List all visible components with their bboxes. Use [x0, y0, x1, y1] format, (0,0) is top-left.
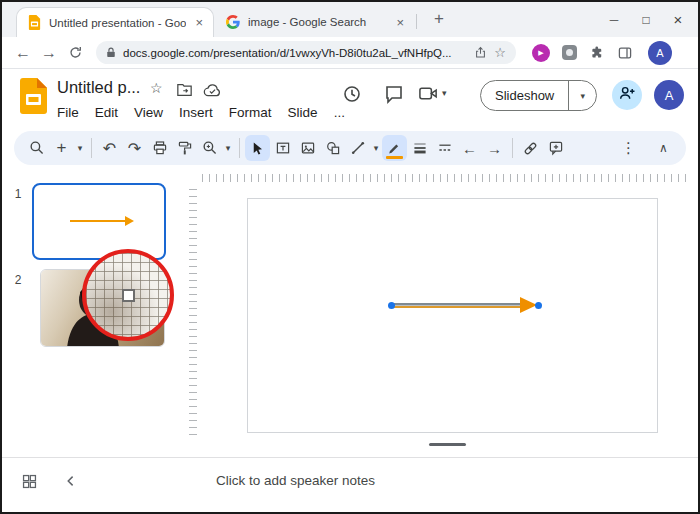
- extensions-puzzle-icon[interactable]: [586, 42, 608, 64]
- new-slide-button[interactable]: +: [49, 135, 74, 161]
- meet-camera-icon[interactable]: ▾: [418, 84, 447, 102]
- line-weight-icon[interactable]: [407, 135, 432, 161]
- redo-icon[interactable]: ↷: [122, 135, 147, 161]
- line-dash-icon[interactable]: [432, 135, 457, 161]
- add-comment-icon[interactable]: [543, 135, 568, 161]
- search-menus-icon[interactable]: [24, 135, 49, 161]
- menu-edit[interactable]: Edit: [92, 104, 121, 121]
- magnified-grid-square: [122, 289, 135, 302]
- collapse-filmstrip-chevron-icon[interactable]: [60, 471, 80, 491]
- slideshow-split-button: Slideshow ▾: [480, 80, 597, 111]
- line-color-pen-icon[interactable]: [382, 135, 407, 161]
- back-button[interactable]: ←: [10, 40, 36, 66]
- slides-logo-icon[interactable]: [20, 78, 47, 114]
- address-bar[interactable]: docs.google.com/presentation/d/1vwxyVh-D…: [96, 41, 516, 64]
- maximize-button[interactable]: □: [630, 2, 662, 37]
- thumbnail-arrow-line: [70, 220, 125, 222]
- window-controls: ─ □ ×: [598, 2, 694, 37]
- navigation-bar: ← → docs.google.com/presentation/d/1vwxy…: [2, 37, 698, 69]
- lock-icon: [106, 46, 116, 59]
- tab-untitled-presentation[interactable]: Untitled presentation - Google S ×: [16, 7, 214, 37]
- forward-button[interactable]: →: [36, 40, 62, 66]
- url-text: docs.google.com/presentation/d/1vwxyVh-D…: [123, 47, 467, 59]
- insert-link-icon[interactable]: [518, 135, 543, 161]
- toolbar-divider: [239, 138, 240, 158]
- slide-thumbnail-1[interactable]: [32, 183, 166, 260]
- person-add-icon: [618, 84, 636, 106]
- menu-slide[interactable]: Slide: [285, 104, 321, 121]
- toolbar: + ▾ ↶ ↷ ▾ ▾: [14, 131, 686, 165]
- browser-window: Untitled presentation - Google S × image…: [0, 0, 700, 514]
- hide-menus-chevron-icon[interactable]: ∧: [651, 135, 676, 161]
- insert-line-icon[interactable]: [345, 135, 370, 161]
- zoom-icon[interactable]: [197, 135, 222, 161]
- red-circle-annotation: [82, 249, 174, 341]
- new-slide-caret-icon[interactable]: ▾: [74, 143, 86, 153]
- line-start-arrow-icon[interactable]: ←: [457, 135, 482, 161]
- minimize-button[interactable]: ─: [598, 2, 630, 37]
- google-favicon-icon: [226, 15, 241, 30]
- app-header: Untitled p... ☆ File Edit View Insert Fo…: [2, 70, 698, 126]
- slideshow-button[interactable]: Slideshow: [481, 88, 568, 103]
- tab-title: image - Google Search: [248, 16, 387, 28]
- share-button[interactable]: [612, 80, 642, 110]
- menu-view[interactable]: View: [131, 104, 166, 121]
- tab-close-icon[interactable]: ×: [394, 16, 406, 29]
- document-title[interactable]: Untitled p...: [57, 78, 140, 97]
- speaker-notes-panel: Click to add speaker notes: [2, 457, 698, 512]
- play-icon: ▶: [532, 44, 550, 62]
- menu-file[interactable]: File: [54, 104, 82, 121]
- side-panel-icon[interactable]: [614, 42, 636, 64]
- selection-handle-end[interactable]: [535, 302, 542, 309]
- toolbar-divider: [512, 138, 513, 158]
- text-box-icon[interactable]: [270, 135, 295, 161]
- menu-overflow[interactable]: ...: [331, 104, 348, 121]
- print-icon[interactable]: [147, 135, 172, 161]
- chevron-down-icon[interactable]: ▾: [442, 88, 447, 98]
- arrow-line-shape[interactable]: [393, 303, 526, 308]
- chevron-down-icon: ▾: [581, 91, 586, 101]
- grid-view-icon[interactable]: [18, 470, 40, 492]
- bookmark-star-icon[interactable]: ☆: [494, 45, 506, 60]
- speaker-notes-placeholder[interactable]: Click to add speaker notes: [216, 473, 375, 488]
- tab-image-search[interactable]: image - Google Search ×: [216, 7, 414, 37]
- tab-close-icon[interactable]: ×: [193, 16, 205, 29]
- version-history-icon[interactable]: [342, 84, 362, 104]
- insert-shape-icon[interactable]: [320, 135, 345, 161]
- slide-canvas[interactable]: [247, 198, 658, 433]
- more-options-icon[interactable]: ⋮: [616, 135, 641, 161]
- browser-profile-avatar[interactable]: A: [648, 41, 672, 65]
- tab-strip: Untitled presentation - Google S × image…: [2, 2, 698, 37]
- paint-format-icon[interactable]: [172, 135, 197, 161]
- comments-icon[interactable]: [384, 84, 404, 104]
- close-window-button[interactable]: ×: [662, 2, 694, 37]
- share-page-icon[interactable]: [474, 46, 487, 59]
- new-tab-button[interactable]: +: [426, 6, 452, 32]
- zoom-caret-icon[interactable]: ▾: [222, 143, 234, 153]
- workspace: 1 2: [2, 167, 698, 457]
- line-caret-icon[interactable]: ▾: [370, 143, 382, 153]
- menu-insert[interactable]: Insert: [176, 104, 216, 121]
- star-document-icon[interactable]: ☆: [150, 80, 163, 96]
- line-end-arrow-icon[interactable]: →: [482, 135, 507, 161]
- undo-icon[interactable]: ↶: [97, 135, 122, 161]
- tab-separator: [416, 14, 417, 29]
- account-avatar[interactable]: A: [654, 80, 684, 110]
- slides-favicon-icon: [27, 15, 42, 30]
- move-folder-icon[interactable]: [176, 82, 193, 97]
- reload-icon[interactable]: [62, 40, 88, 66]
- extension-icon[interactable]: [558, 42, 580, 64]
- insert-image-icon[interactable]: [295, 135, 320, 161]
- horizontal-scrollbar[interactable]: [429, 443, 466, 446]
- menu-bar: File Edit View Insert Format Slide ...: [54, 104, 348, 121]
- slide-number: 2: [10, 273, 26, 287]
- screen-record-extension-icon[interactable]: ▶: [530, 42, 552, 64]
- selection-handle-start[interactable]: [388, 302, 395, 309]
- extensions-row: ▶ A: [530, 41, 672, 65]
- thumbnail-arrow-head: [125, 216, 134, 226]
- cloud-status-icon[interactable]: [203, 83, 222, 97]
- vertical-ruler: [189, 188, 197, 435]
- select-cursor-icon[interactable]: [245, 135, 270, 161]
- menu-format[interactable]: Format: [226, 104, 275, 121]
- slideshow-options-caret[interactable]: ▾: [568, 80, 596, 111]
